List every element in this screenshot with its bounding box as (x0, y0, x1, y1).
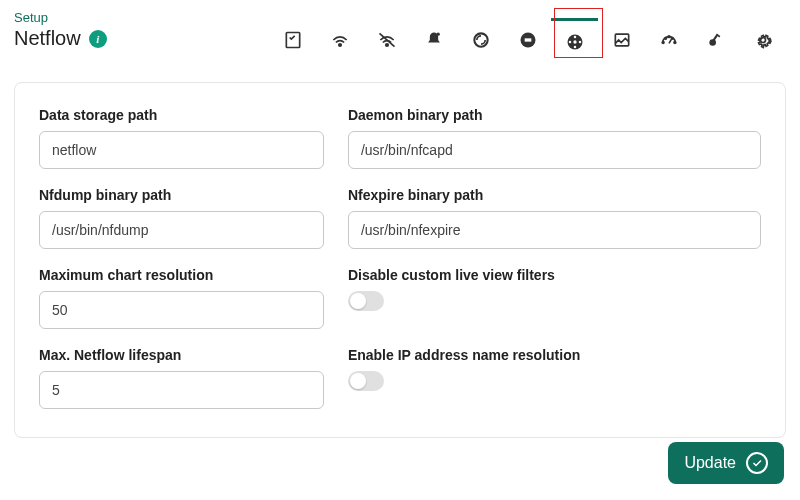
disable-custom-filters-label: Disable custom live view filters (348, 267, 761, 283)
refresh-icon[interactable] (457, 18, 504, 62)
svg-rect-22 (712, 34, 718, 42)
info-icon[interactable]: i (89, 30, 107, 48)
breadcrumb[interactable]: Setup (14, 10, 107, 25)
gear-icon[interactable] (739, 18, 786, 62)
svg-point-13 (578, 40, 581, 43)
bell-icon[interactable] (410, 18, 457, 62)
daemon-binary-path-input[interactable] (348, 131, 761, 169)
update-button[interactable]: Update (668, 442, 784, 484)
daemon-binary-path-label: Daemon binary path (348, 107, 761, 123)
disable-custom-filters-toggle[interactable] (348, 291, 384, 311)
toolbar (269, 10, 786, 62)
svg-rect-0 (286, 33, 299, 48)
svg-point-9 (573, 40, 576, 43)
svg-point-2 (385, 44, 388, 47)
svg-point-11 (573, 45, 576, 48)
max-chart-resolution-label: Maximum chart resolution (39, 267, 324, 283)
svg-point-12 (568, 40, 571, 43)
gauge-icon[interactable] (645, 18, 692, 62)
svg-point-17 (668, 36, 670, 38)
settings-card: Data storage path Daemon binary path Nfd… (14, 82, 786, 438)
checklist-icon[interactable] (269, 18, 316, 62)
image-icon[interactable] (598, 18, 645, 62)
check-circle-icon (746, 452, 768, 474)
enable-ip-resolution-toggle[interactable] (348, 371, 384, 391)
svg-point-19 (674, 42, 676, 44)
enable-ip-resolution-label: Enable IP address name resolution (348, 347, 761, 363)
wifi-slash-icon[interactable] (363, 18, 410, 62)
max-chart-resolution-input[interactable] (39, 291, 324, 329)
update-button-label: Update (684, 454, 736, 472)
svg-rect-7 (524, 38, 531, 41)
nfexpire-binary-path-input[interactable] (348, 211, 761, 249)
svg-point-18 (671, 38, 673, 40)
svg-line-20 (669, 39, 672, 43)
data-storage-path-input[interactable] (39, 131, 324, 169)
target-icon[interactable] (551, 18, 598, 62)
svg-point-1 (338, 44, 341, 47)
nfdump-binary-path-input[interactable] (39, 211, 324, 249)
max-netflow-lifespan-label: Max. Netflow lifespan (39, 347, 324, 363)
key-icon[interactable] (692, 18, 739, 62)
circle-icon[interactable] (504, 18, 551, 62)
data-storage-path-label: Data storage path (39, 107, 324, 123)
page-title: Netflow (14, 27, 81, 50)
svg-point-10 (573, 35, 576, 38)
wifi-icon[interactable] (316, 18, 363, 62)
max-netflow-lifespan-input[interactable] (39, 371, 324, 409)
nfdump-binary-path-label: Nfdump binary path (39, 187, 324, 203)
svg-point-15 (662, 42, 664, 44)
svg-point-4 (436, 33, 439, 36)
nfexpire-binary-path-label: Nfexpire binary path (348, 187, 761, 203)
svg-point-16 (664, 38, 666, 40)
